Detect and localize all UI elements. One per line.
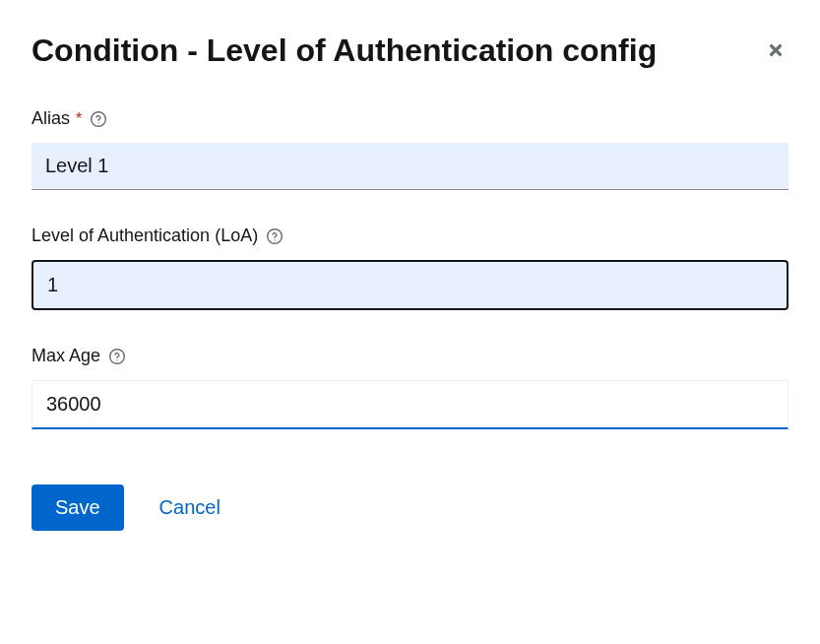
svg-point-1: [98, 122, 99, 123]
button-row: Save Cancel: [32, 484, 788, 531]
loa-input[interactable]: [32, 260, 788, 310]
alias-label-row: Alias *: [32, 108, 788, 129]
loa-field-group: Level of Authentication (LoA): [32, 225, 788, 310]
max-age-field-group: Max Age: [32, 346, 788, 429]
close-button[interactable]: [763, 37, 788, 66]
dialog-title: Condition - Level of Authentication conf…: [32, 32, 657, 69]
alias-label: Alias: [32, 108, 70, 129]
max-age-label: Max Age: [32, 346, 100, 366]
help-icon[interactable]: [266, 227, 284, 245]
dialog-header: Condition - Level of Authentication conf…: [32, 32, 788, 69]
alias-field-group: Alias *: [32, 108, 788, 190]
close-icon: [767, 41, 785, 62]
save-button[interactable]: Save: [32, 484, 124, 531]
loa-label-row: Level of Authentication (LoA): [32, 225, 788, 246]
max-age-label-row: Max Age: [32, 346, 788, 366]
svg-point-5: [116, 359, 117, 360]
svg-point-3: [274, 239, 275, 240]
cancel-button[interactable]: Cancel: [152, 484, 228, 531]
max-age-input[interactable]: [32, 380, 788, 429]
alias-input[interactable]: [32, 143, 788, 190]
help-icon[interactable]: [108, 348, 126, 365]
help-icon[interactable]: [90, 110, 107, 128]
loa-label: Level of Authentication (LoA): [32, 225, 258, 246]
required-indicator: *: [76, 110, 82, 128]
